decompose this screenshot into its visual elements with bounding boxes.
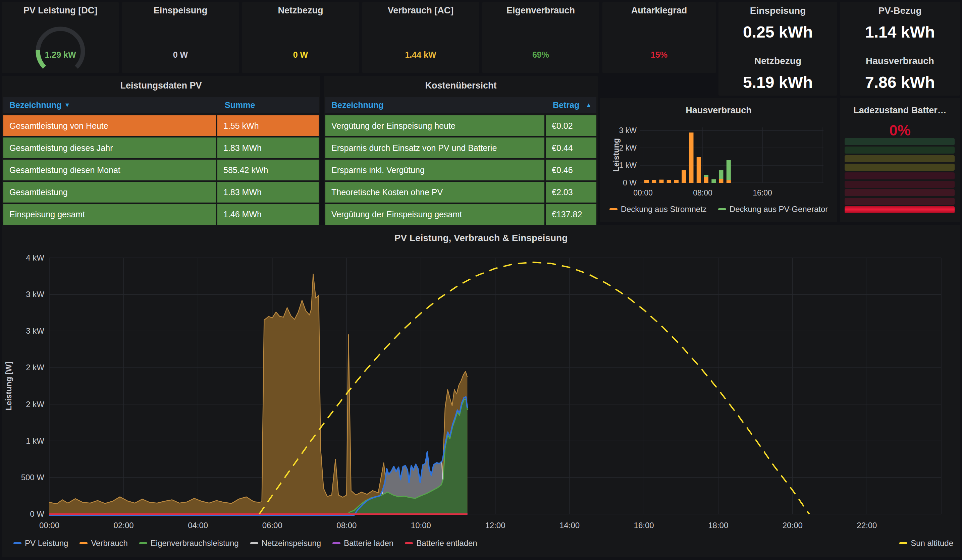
stat-title[interactable]: PV-Bezug bbox=[840, 5, 960, 16]
svg-text:16:00: 16:00 bbox=[634, 521, 654, 530]
table-row: Gesamtleistung 1.83 MWh bbox=[3, 182, 319, 203]
cell-value: 585.42 kWh bbox=[217, 160, 319, 181]
legend-item-sun-altitude[interactable]: Sun altitude bbox=[899, 539, 953, 548]
svg-text:Leistung [W]: Leistung [W] bbox=[4, 361, 13, 410]
cell-value: 1.83 MWh bbox=[217, 137, 319, 158]
table-row: Ersparnis inkl. Vergütung €0.46 bbox=[325, 160, 596, 181]
cell-label: Theoretische Kosten ohne PV bbox=[325, 182, 544, 203]
column-header-betrag[interactable]: Betrag bbox=[553, 100, 579, 110]
svg-text:3 kW: 3 kW bbox=[26, 290, 44, 299]
legend-color-sun-altitude bbox=[899, 542, 907, 544]
main-chart-legend-right: Sun altitude bbox=[899, 537, 953, 550]
gauge-arc bbox=[2, 17, 119, 73]
svg-text:0 W: 0 W bbox=[623, 178, 637, 187]
battery-cell bbox=[844, 189, 955, 196]
gauge-value: 69% bbox=[483, 50, 599, 60]
battery-cell bbox=[844, 198, 955, 205]
panel-title[interactable]: Kostenübersicht bbox=[324, 81, 598, 91]
panel-title[interactable]: Verbrauch [AC] bbox=[362, 5, 479, 16]
gauge-value: 1.29 kW bbox=[2, 50, 119, 60]
gauge-panel-pv-leistung-dc: PV Leistung [DC] 1.29 kW bbox=[2, 2, 119, 73]
svg-text:00:00: 00:00 bbox=[39, 521, 60, 530]
legend-item-batterie-laden[interactable]: Batterie laden bbox=[333, 539, 394, 548]
legend-item-batterie-entladen[interactable]: Batterie entladen bbox=[405, 539, 477, 548]
svg-text:2 kW: 2 kW bbox=[619, 144, 637, 152]
svg-text:12:00: 12:00 bbox=[485, 521, 505, 530]
main-time-series-chart[interactable]: 4 kW3 kW3 kW2 kW2 kW1 kW500 W0 W00:0002:… bbox=[2, 225, 960, 557]
gauge-panel-autarkiegrad: Autarkiegrad 15% bbox=[602, 2, 716, 73]
gauge-panel-einspeisung: Einspeisung 0 W bbox=[122, 2, 239, 73]
legend-color bbox=[79, 542, 87, 544]
gauge-panel-netzbezug: Netzbezug 0 W bbox=[242, 2, 359, 73]
panel-title[interactable]: PV Leistung [DC] bbox=[2, 5, 119, 16]
sort-asc-icon[interactable]: ▲ bbox=[586, 102, 592, 109]
battery-percent-value: 0% bbox=[840, 122, 960, 139]
battery-cell bbox=[844, 181, 955, 188]
cell-value: €137.82 bbox=[546, 204, 596, 225]
column-header-summe[interactable]: Summe bbox=[225, 100, 255, 110]
gauge-value: 15% bbox=[602, 50, 716, 60]
stat-title[interactable]: Einspeisung bbox=[718, 5, 837, 16]
gauge-value: 0 W bbox=[242, 50, 359, 60]
panel-title[interactable]: Ladezustand Batter… bbox=[840, 105, 960, 116]
legend-item-netzeinspeisung[interactable]: Netzeinspeisung bbox=[250, 539, 321, 548]
panel-title[interactable]: Netzbezug bbox=[242, 5, 359, 16]
cell-label: Gesamtleistung dieses Jahr bbox=[3, 137, 216, 158]
gauge-panel-verbrauch-ac: Verbrauch [AC] 1.44 kW bbox=[362, 2, 479, 73]
cell-label: Gesamtleistung diesen Monat bbox=[3, 160, 216, 181]
svg-text:3 kW: 3 kW bbox=[619, 126, 637, 135]
column-header-bezeichnung[interactable]: Bezeichnung bbox=[3, 100, 62, 110]
battery-cell bbox=[844, 206, 955, 213]
svg-text:0 W: 0 W bbox=[30, 509, 44, 518]
cell-label: Ersparnis durch Einsatz von PV und Batte… bbox=[325, 137, 544, 158]
legend-label: Netzeinspeisung bbox=[261, 539, 321, 548]
cell-value: €2.03 bbox=[546, 182, 596, 203]
table-row: Theoretische Kosten ohne PV €2.03 bbox=[325, 182, 596, 203]
table-row: Gesamtleistung diesen Monat 585.42 kWh bbox=[3, 160, 319, 181]
legend-item-verbrauch[interactable]: Verbrauch bbox=[79, 539, 128, 548]
battery-cell bbox=[844, 155, 955, 162]
panel-title[interactable]: Autarkiegrad bbox=[602, 5, 716, 16]
svg-text:16:00: 16:00 bbox=[753, 189, 772, 197]
stat-panel-pvbezug-hausverbrauch: PV-Bezug 1.14 kWh Hausverbrauch 7.86 kWh bbox=[840, 2, 960, 95]
stat-title: Hausverbrauch bbox=[840, 56, 960, 66]
gauge-panel-eigenverbrauch: Eigenverbrauch 69% bbox=[483, 2, 599, 73]
legend-item-pv-leistung[interactable]: PV Leistung bbox=[13, 539, 68, 548]
table-row: Vergütung der Einspeisung heute €0.02 bbox=[325, 115, 596, 136]
sort-desc-icon[interactable]: ▼ bbox=[65, 102, 71, 109]
panel-title[interactable]: Leistungsdaten PV bbox=[2, 81, 320, 91]
stat-value: 5.19 kWh bbox=[718, 73, 837, 92]
legend-item-eigenverbrauchsleistung[interactable]: Eigenverbrauchsleistung bbox=[139, 539, 239, 548]
legend-label: Eigenverbrauchsleistung bbox=[151, 539, 239, 548]
legend-label: Batterie entladen bbox=[416, 539, 477, 548]
svg-text:2 kW: 2 kW bbox=[26, 400, 44, 409]
stat-panel-einspeisung-netzbezug: Einspeisung 0.25 kWh Netzbezug 5.19 kWh bbox=[718, 2, 837, 95]
battery-cell bbox=[844, 164, 955, 171]
cell-label: Vergütung der Einspeisung gesamt bbox=[325, 204, 544, 225]
table-header: Bezeichnung ▼ Summe bbox=[3, 97, 319, 113]
svg-text:02:00: 02:00 bbox=[114, 521, 134, 530]
cell-label: Gesamtleistung von Heute bbox=[3, 115, 216, 136]
table-row: Ersparnis durch Einsatz von PV und Batte… bbox=[325, 137, 596, 158]
gauge-value: 0 W bbox=[122, 50, 239, 60]
legend-color bbox=[405, 542, 413, 544]
battery-cell bbox=[844, 147, 955, 153]
panel-title[interactable]: Eigenverbrauch bbox=[483, 5, 599, 16]
cell-value: €0.44 bbox=[546, 137, 596, 158]
column-header-bezeichnung[interactable]: Bezeichnung bbox=[325, 100, 384, 110]
cell-value: €0.02 bbox=[546, 115, 596, 136]
battery-cell bbox=[844, 138, 955, 145]
battery-cell bbox=[844, 173, 955, 179]
table-row: Gesamtleistung von Heute 1.55 kWh bbox=[3, 115, 319, 136]
gauge-value: 1.44 kW bbox=[362, 50, 479, 60]
svg-text:00:00: 00:00 bbox=[633, 189, 653, 197]
table-panel-leistungsdaten-pv: Leistungsdaten PV Bezeichnung ▼ Summe Ge… bbox=[2, 76, 320, 222]
table-header: Bezeichnung Betrag ▲ bbox=[325, 97, 596, 113]
panel-title[interactable]: Einspeisung bbox=[122, 5, 239, 16]
legend-label: Batterie laden bbox=[344, 539, 394, 548]
cell-label: Vergütung der Einspeisung heute bbox=[325, 115, 544, 136]
legend-color bbox=[139, 542, 147, 544]
svg-text:2 kW: 2 kW bbox=[26, 363, 44, 372]
svg-text:20:00: 20:00 bbox=[783, 521, 803, 530]
house-bar-chart[interactable]: 0 W1 kW2 kW3 kW00:0008:0016:00Leistung bbox=[600, 98, 837, 222]
